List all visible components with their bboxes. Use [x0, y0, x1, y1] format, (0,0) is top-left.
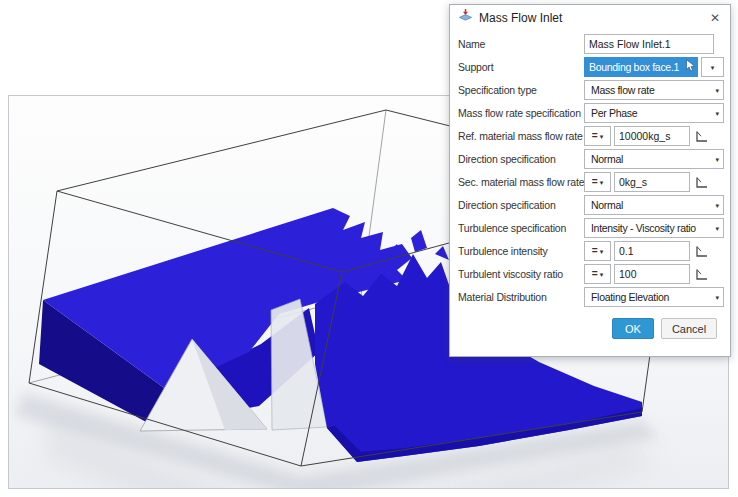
specification-type-label: Specification type: [458, 84, 584, 96]
measure-icon[interactable]: [695, 268, 708, 281]
chevron-down-icon: ▾: [600, 133, 604, 140]
value-type-dropdown[interactable]: = ▾: [584, 241, 611, 261]
field-row-support: Support Bounding box face.1 ▾: [458, 57, 724, 77]
field-row-specification-type: Specification type Mass flow rate ▾: [458, 80, 724, 100]
mass-flow-rate-specification-dropdown[interactable]: Per Phase ▾: [584, 103, 724, 123]
sec-mass-flow-rate-input[interactable]: [614, 172, 690, 192]
field-row-turbulence-intensity: Turbulence intensity = ▾: [458, 241, 724, 261]
turbulent-viscosity-ratio-label: Turbulent viscosity ratio: [458, 268, 584, 280]
measure-icon[interactable]: [695, 176, 708, 189]
material-distribution-label: Material Distribution: [458, 291, 584, 303]
dialog-buttons: OK Cancel: [458, 310, 724, 339]
support-label: Support: [458, 61, 584, 73]
name-label: Name: [458, 38, 584, 50]
field-row-direction-specification-1: Direction specification Normal ▾: [458, 149, 724, 169]
chevron-down-icon: ▾: [715, 156, 719, 163]
close-icon[interactable]: ✕: [706, 9, 724, 27]
chevron-down-icon: ▾: [715, 225, 719, 232]
name-input[interactable]: [584, 34, 714, 54]
support-field[interactable]: Bounding box face.1: [584, 57, 698, 77]
chevron-down-icon: ▾: [715, 294, 719, 301]
material-distribution-dropdown[interactable]: Floating Elevation ▾: [584, 287, 724, 307]
turbulent-viscosity-ratio-input[interactable]: [614, 264, 690, 284]
direction-specification-dropdown[interactable]: Normal ▾: [584, 149, 724, 169]
chevron-down-icon: ▾: [715, 202, 719, 209]
field-row-ref-mass-flow-rate: Ref. material mass flow rate = ▾: [458, 126, 724, 146]
turbulence-specification-dropdown[interactable]: Intensity - Viscosity ratio ▾: [584, 218, 724, 238]
chevron-down-icon: ▾: [600, 248, 604, 255]
chevron-down-icon: ▾: [600, 179, 604, 186]
chevron-down-icon: ▾: [715, 110, 719, 117]
direction-specification-2-dropdown[interactable]: Normal ▾: [584, 195, 724, 215]
dialog-titlebar[interactable]: Mass Flow Inlet ✕: [450, 5, 730, 30]
ok-button[interactable]: OK: [612, 318, 654, 339]
dialog-title: Mass Flow Inlet: [479, 11, 562, 25]
cancel-button[interactable]: Cancel: [661, 318, 717, 339]
ref-mass-flow-rate-label: Ref. material mass flow rate: [458, 130, 584, 142]
support-value: Bounding box face.1: [589, 61, 685, 73]
ref-mass-flow-rate-input[interactable]: [614, 126, 690, 146]
sec-mass-flow-rate-label: Sec. material mass flow rate: [458, 176, 584, 188]
field-row-name: Name: [458, 34, 724, 54]
support-picker-dropdown[interactable]: ▾: [701, 57, 724, 77]
field-row-material-distribution: Material Distribution Floating Elevation…: [458, 287, 724, 307]
cursor-icon: [685, 58, 696, 76]
value-type-dropdown[interactable]: = ▾: [584, 126, 611, 146]
measure-icon[interactable]: [695, 245, 708, 258]
mass-flow-inlet-dialog: Mass Flow Inlet ✕ Name Support Bounding …: [449, 4, 731, 357]
field-row-turbulent-viscosity-ratio: Turbulent viscosity ratio = ▾: [458, 264, 724, 284]
field-row-sec-mass-flow-rate: Sec. material mass flow rate = ▾: [458, 172, 724, 192]
dialog-body: Name Support Bounding box face.1 ▾: [450, 30, 730, 339]
mass-flow-rate-specification-label: Mass flow rate specification: [458, 107, 584, 119]
measure-icon[interactable]: [695, 130, 708, 143]
field-row-turbulence-specification: Turbulence specification Intensity - Vis…: [458, 218, 724, 238]
specification-type-dropdown[interactable]: Mass flow rate ▾: [584, 80, 724, 100]
turbulence-intensity-input[interactable]: [614, 241, 690, 261]
mass-flow-inlet-icon: [458, 8, 473, 27]
turbulence-intensity-label: Turbulence intensity: [458, 245, 584, 257]
direction-specification-label: Direction specification: [458, 153, 584, 165]
chevron-down-icon: ▾: [711, 64, 715, 71]
value-type-dropdown[interactable]: = ▾: [584, 172, 611, 192]
field-row-direction-specification-2: Direction specification Normal ▾: [458, 195, 724, 215]
chevron-down-icon: ▾: [715, 87, 719, 94]
direction-specification-label: Direction specification: [458, 199, 584, 211]
turbulence-specification-label: Turbulence specification: [458, 222, 584, 234]
field-row-mass-flow-rate-specification: Mass flow rate specification Per Phase ▾: [458, 103, 724, 123]
chevron-down-icon: ▾: [600, 271, 604, 278]
value-type-dropdown[interactable]: = ▾: [584, 264, 611, 284]
